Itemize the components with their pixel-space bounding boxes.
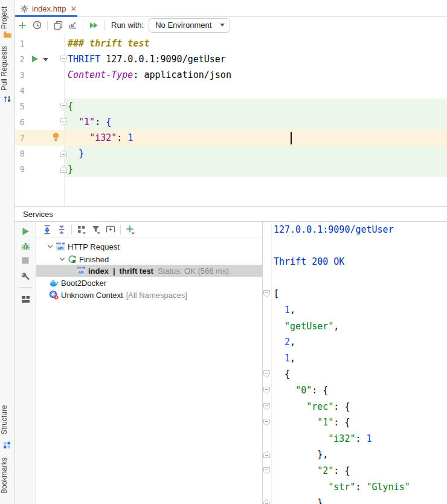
- fold-marker-end[interactable]: [263, 499, 270, 504]
- environment-value: No Environment: [155, 21, 211, 30]
- fold-marker-expanded[interactable]: [263, 387, 270, 394]
- response-line: },: [274, 447, 328, 463]
- editor-tab-bar: index.http ✕: [15, 0, 447, 17]
- run-button[interactable]: [20, 226, 31, 237]
- injected-fragment-highlight: [65, 146, 447, 161]
- code-line[interactable]: Content-Type: application/json: [68, 67, 231, 83]
- pull-requests-icon[interactable]: [3, 95, 11, 103]
- filter-icon[interactable]: [89, 223, 103, 236]
- fold-marker-end[interactable]: [263, 451, 270, 458]
- code-line[interactable]: ### thrift test: [68, 36, 149, 51]
- stop-button[interactable]: [20, 255, 31, 266]
- response-line: 1,: [274, 351, 295, 367]
- sidebar-item-bookmarks[interactable]: Bookmarks: [0, 454, 15, 497]
- request-file-name: index: [88, 267, 109, 276]
- toolbar-separator: [120, 225, 121, 234]
- chevron-down-icon[interactable]: [47, 244, 53, 250]
- code-line[interactable]: {: [68, 99, 73, 114]
- run-options-chevron-icon[interactable]: [43, 58, 48, 62]
- tree-row-finished[interactable]: Finished: [36, 253, 285, 265]
- line-number: 5: [15, 99, 25, 114]
- fold-marker-expanded[interactable]: [263, 403, 270, 410]
- project-folder-icon[interactable]: [3, 30, 11, 38]
- api-service-icon: API: [56, 242, 65, 251]
- open-in-new-tab-icon[interactable]: [103, 223, 118, 236]
- fold-marker-end[interactable]: [60, 150, 67, 157]
- code-line[interactable]: THRIFT 127.0.0.1:9090/getUser: [68, 51, 226, 67]
- add-service-icon[interactable]: [123, 223, 138, 236]
- expand-all-icon[interactable]: [40, 223, 54, 236]
- line-number: 2: [15, 51, 25, 67]
- dashboard-layout-icon[interactable]: [20, 294, 31, 305]
- intention-lightbulb-icon[interactable]: [52, 132, 60, 143]
- chevron-down-icon[interactable]: [59, 256, 65, 262]
- services-tree-toolbar: [36, 222, 262, 238]
- code-line[interactable]: }: [68, 161, 73, 177]
- fold-marker-expanded[interactable]: [263, 467, 270, 474]
- settings-wrench-icon[interactable]: [20, 271, 31, 282]
- line-number: 3: [15, 67, 25, 83]
- response-line: },: [274, 495, 328, 504]
- response-line: Thrift 200 OK: [274, 254, 344, 270]
- tree-row-label: Finished: [79, 255, 109, 264]
- code-line[interactable]: "i32": 1: [68, 130, 133, 146]
- chevron-down-icon: [220, 24, 225, 27]
- add-request-button[interactable]: [15, 19, 30, 32]
- fold-marker-expanded[interactable]: [60, 118, 67, 126]
- tab-index-http[interactable]: index.http ✕: [15, 0, 77, 17]
- debug-bug-icon[interactable]: [20, 241, 31, 251]
- gutter-separator: [271, 222, 272, 504]
- rerun-finished-icon: [68, 255, 77, 264]
- namespaces-badge: [All Namespaces]: [126, 291, 187, 300]
- sidebar-item-pull-requests[interactable]: Pull Requests: [0, 44, 15, 93]
- response-line: "1": {: [274, 415, 350, 431]
- line-number: 4: [15, 83, 25, 99]
- structure-icon[interactable]: [3, 441, 11, 449]
- tree-row-http-request[interactable]: API HTTP Request: [36, 241, 273, 253]
- fold-marker-expanded[interactable]: [60, 103, 67, 110]
- response-line: "getUser",: [274, 318, 339, 335]
- toolbar-separator: [104, 21, 105, 30]
- services-panel-header[interactable]: Services: [15, 206, 447, 222]
- code-line[interactable]: "1": {: [68, 114, 111, 130]
- tree-row-unknown-context[interactable]: Unknown Context [All Namespaces]: [36, 289, 272, 301]
- tree-row-label: HTTP Request: [68, 242, 120, 251]
- history-clock-icon[interactable]: [30, 19, 44, 32]
- fold-marker-expanded[interactable]: [60, 56, 67, 63]
- import-curl-icon[interactable]: [65, 19, 80, 32]
- copy-request-icon[interactable]: [51, 19, 65, 32]
- run-request-gutter-button[interactable]: [31, 55, 39, 63]
- fold-marker-expanded[interactable]: [263, 290, 270, 297]
- services-side-toolbar: [15, 222, 36, 504]
- fold-marker-expanded[interactable]: [263, 419, 270, 426]
- run-with-label: Run with:: [111, 21, 144, 30]
- collapse-all-icon[interactable]: [54, 223, 69, 236]
- tree-row-request-result[interactable]: API index | thrift test Status: OK (566 …: [36, 265, 300, 277]
- fold-marker-end[interactable]: [60, 166, 67, 173]
- injected-fragment-highlight: [65, 99, 447, 114]
- response-line: 1,: [274, 302, 295, 318]
- code-editor[interactable]: 1 2 3 4 5 6 7 8 9 ### thrift test THRIFT…: [15, 33, 447, 207]
- tab-close-icon[interactable]: ✕: [70, 5, 77, 13]
- sidebar-item-project[interactable]: Project: [0, 4, 15, 31]
- tab-title: index.http: [32, 4, 66, 13]
- response-viewer[interactable]: 127.0.0.1:9090/getUser Thrift 200 OK [ 1…: [263, 222, 447, 504]
- tree-row-label: Boot2Docker: [61, 279, 106, 288]
- environment-dropdown[interactable]: No Environment: [149, 18, 230, 33]
- response-line: "i32": 1: [274, 431, 372, 447]
- code-line[interactable]: }: [68, 146, 84, 161]
- line-number: 7: [15, 130, 25, 146]
- group-by-icon[interactable]: [74, 223, 89, 236]
- fold-marker-expanded[interactable]: [263, 370, 270, 378]
- docker-icon: [49, 279, 59, 287]
- response-line: 2,: [274, 334, 295, 351]
- run-all-requests-icon[interactable]: [86, 19, 101, 32]
- svg-text:API: API: [78, 271, 84, 274]
- response-line: "rec": {: [274, 399, 350, 415]
- toolbar-separator: [19, 287, 32, 288]
- line-number: 6: [15, 114, 25, 130]
- tree-row-boot2docker[interactable]: Boot2Docker: [36, 277, 272, 289]
- sidebar-item-structure[interactable]: Structure: [0, 402, 15, 438]
- request-status: Status: OK (566 ms): [158, 267, 229, 276]
- line-number: 9: [15, 161, 25, 177]
